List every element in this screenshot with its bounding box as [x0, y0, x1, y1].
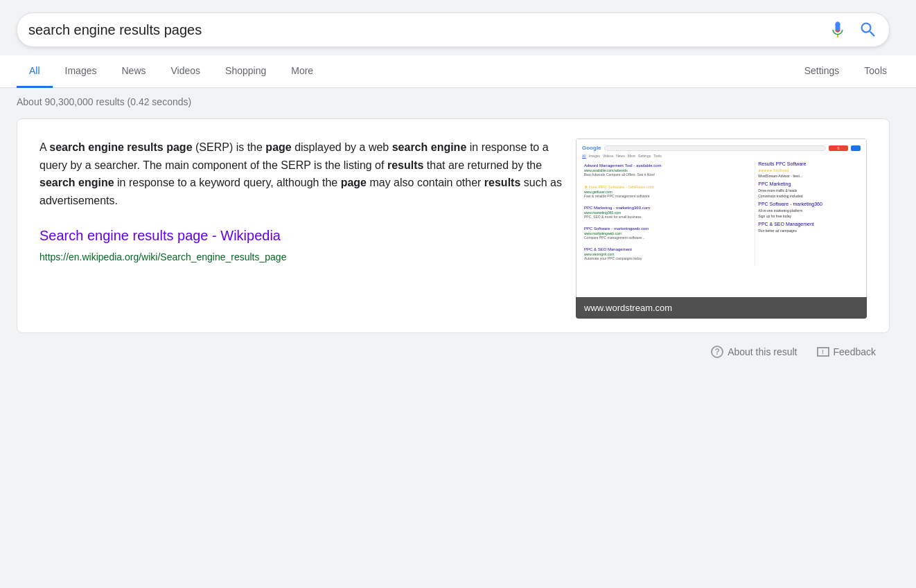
tab-tools[interactable]: Tools [852, 55, 899, 88]
tab-all[interactable]: All [17, 55, 53, 88]
nav-tabs: All Images News Videos Shopping More Set… [0, 55, 916, 88]
card-text: A search engine results page (SERP) is t… [39, 139, 562, 319]
tab-shopping[interactable]: Shopping [213, 55, 279, 88]
search-bar-container [0, 0, 916, 47]
bottom-bar: ? About this result Feedback [17, 333, 899, 371]
tab-news[interactable]: News [109, 55, 158, 88]
image-caption: www.wordstream.com [576, 297, 867, 319]
about-result-label: About this result [728, 346, 797, 357]
question-icon: ? [711, 346, 723, 358]
wiki-url: https://en.wikipedia.org/wiki/Search_eng… [39, 249, 562, 265]
knowledge-card: A search engine results page (SERP) is t… [17, 118, 890, 333]
fake-serp-visual: Google S All Images Videos News More Set… [576, 139, 866, 318]
serp-screenshot: Google S All Images Videos News More Set… [576, 139, 867, 319]
feedback-label: Feedback [834, 346, 876, 357]
tab-videos[interactable]: Videos [159, 55, 213, 88]
wiki-link: Search engine results page - Wikipedia h… [39, 224, 562, 265]
search-icon[interactable] [858, 20, 878, 39]
nav-right: Settings Tools [792, 55, 899, 87]
tab-more[interactable]: More [279, 55, 326, 88]
search-input[interactable] [28, 22, 828, 38]
svg-rect-0 [837, 35, 838, 38]
feedback-icon [817, 347, 829, 357]
results-count: About 90,300,000 results (0.42 seconds) [17, 96, 191, 107]
tab-images[interactable]: Images [53, 55, 109, 88]
feedback-button[interactable]: Feedback [810, 342, 883, 362]
tab-settings[interactable]: Settings [792, 55, 852, 88]
microphone-icon[interactable] [828, 20, 847, 39]
results-info: About 90,300,000 results (0.42 seconds) [0, 88, 916, 113]
card-description: A search engine results page (SERP) is t… [39, 139, 562, 209]
main-content: A search engine results page (SERP) is t… [0, 113, 916, 376]
search-bar [17, 12, 890, 47]
wikipedia-link[interactable]: Search engine results page - Wikipedia [39, 228, 281, 243]
about-result-button[interactable]: ? About this result [704, 341, 804, 362]
card-image: Google S All Images Videos News More Set… [576, 139, 867, 319]
search-icons [828, 20, 878, 39]
